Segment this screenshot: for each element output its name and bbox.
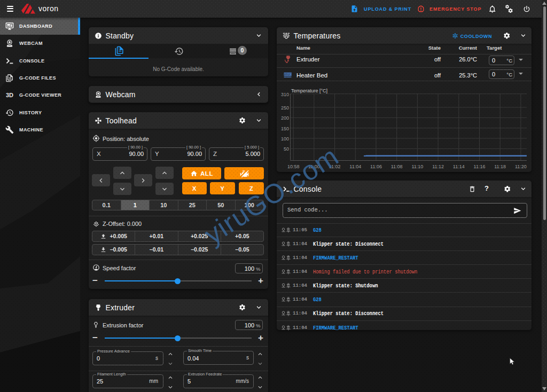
svg-text:Temperature [°C]: Temperature [°C] bbox=[291, 88, 327, 93]
svg-text:200: 200 bbox=[281, 115, 289, 121]
svg-text:50: 50 bbox=[284, 146, 289, 152]
svg-text:11:10: 11:10 bbox=[411, 164, 423, 169]
svg-text:11:20: 11:20 bbox=[515, 164, 527, 169]
svg-text:310: 310 bbox=[281, 92, 289, 97]
svg-text:11:04: 11:04 bbox=[349, 164, 361, 169]
svg-text:11:16: 11:16 bbox=[474, 164, 486, 169]
svg-text:11:14: 11:14 bbox=[453, 164, 465, 169]
svg-text:11:08: 11:08 bbox=[391, 164, 403, 169]
svg-text:150: 150 bbox=[281, 126, 289, 131]
svg-text:10:58: 10:58 bbox=[287, 164, 300, 169]
svg-text:11:12: 11:12 bbox=[432, 164, 444, 169]
svg-text:11:00: 11:00 bbox=[308, 164, 320, 169]
svg-text:11:18: 11:18 bbox=[494, 164, 506, 169]
svg-text:250: 250 bbox=[281, 105, 289, 111]
svg-text:11:06: 11:06 bbox=[370, 164, 382, 169]
svg-text:100: 100 bbox=[281, 136, 289, 142]
svg-text:11:02: 11:02 bbox=[329, 164, 341, 169]
